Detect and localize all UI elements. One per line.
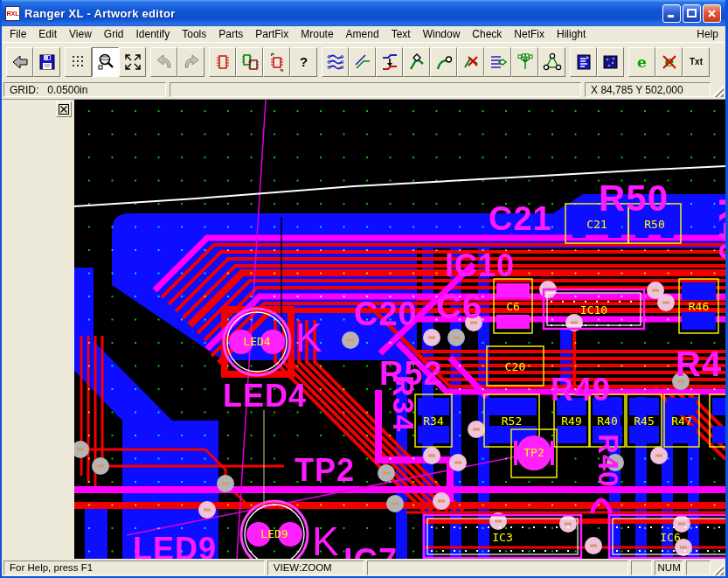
via-pink[interactable] bbox=[433, 492, 450, 510]
pcb-artwork[interactable]: C21R50C6R46C20R34R52R49R40R45R47IC10IC3I… bbox=[74, 100, 725, 559]
close-button[interactable] bbox=[703, 4, 721, 23]
silkscreen-label-tp2[interactable]: TP2 bbox=[295, 452, 355, 488]
netlist-button[interactable] bbox=[484, 47, 511, 77]
pcb-canvas[interactable]: C21R50C6R46C20R34R52R49R40R45R47IC10IC3I… bbox=[74, 100, 725, 559]
fill-block-button[interactable] bbox=[597, 47, 624, 77]
via-pink[interactable] bbox=[449, 454, 467, 471]
menu-item-mroute[interactable]: Mroute bbox=[295, 27, 339, 41]
menu-item-netfix[interactable]: NetFix bbox=[508, 27, 551, 41]
menu-item-hilight[interactable]: Hilight bbox=[551, 27, 592, 41]
text-tool-glyph: Txt bbox=[690, 57, 703, 66]
menu-item-amend[interactable]: Amend bbox=[340, 27, 385, 41]
component-ref-label: R50 bbox=[644, 218, 664, 231]
net-topology-button[interactable] bbox=[538, 47, 565, 77]
silkscreen-label-c6[interactable]: C6 bbox=[436, 287, 482, 325]
menu-item-edit[interactable]: Edit bbox=[32, 27, 63, 41]
via-gray[interactable] bbox=[92, 457, 109, 475]
menu-item-identify[interactable]: Identify bbox=[130, 27, 177, 41]
menu-item-help[interactable]: Help bbox=[690, 27, 725, 41]
grid-dots-button[interactable] bbox=[65, 47, 92, 77]
panel-close-button[interactable] bbox=[56, 101, 72, 117]
component-ref-label: R34 bbox=[423, 414, 444, 428]
text-tool-button[interactable]: Txt bbox=[683, 47, 710, 77]
menu-item-grid[interactable]: Grid bbox=[98, 27, 130, 41]
menu-item-parts[interactable]: Parts bbox=[212, 27, 249, 41]
silkscreen-label-r50[interactable]: R50 bbox=[599, 178, 669, 219]
component-ref-label: R46 bbox=[689, 300, 709, 313]
silkscreen-label-r40[interactable]: R40 bbox=[593, 434, 624, 488]
resize-grip[interactable] bbox=[712, 561, 724, 575]
redo-button[interactable] bbox=[177, 47, 205, 77]
silkscreen-label-led9[interactable]: LED9 bbox=[133, 531, 217, 559]
save-button[interactable] bbox=[33, 47, 60, 77]
title-bar[interactable]: RXL Ranger XL - Artwork editor bbox=[2, 0, 725, 26]
help-button[interactable]: ? bbox=[290, 47, 317, 77]
menu-item-check[interactable]: Check bbox=[466, 27, 508, 41]
fit-view-button[interactable] bbox=[119, 47, 146, 77]
silkscreen-label-r4[interactable]: R4 bbox=[676, 345, 722, 383]
via-pink[interactable] bbox=[657, 294, 675, 311]
menu-item-tools[interactable]: Tools bbox=[176, 27, 212, 41]
minimize-button[interactable] bbox=[662, 4, 681, 23]
maximize-button[interactable] bbox=[683, 4, 701, 23]
grid-bar-spacer-panel bbox=[170, 82, 581, 97]
application-window: RXL Ranger XL - Artwork editor FileEditV… bbox=[0, 0, 728, 578]
silkscreen-label-r49[interactable]: R49 bbox=[551, 372, 611, 407]
component-ref-label: C6 bbox=[506, 300, 520, 313]
route-curve-button[interactable] bbox=[430, 47, 457, 77]
help-glyph: ? bbox=[300, 54, 308, 69]
main-area: C21R50C6R46C20R34R52R49R40R45R47IC10IC3I… bbox=[2, 99, 725, 559]
silkscreen-label-c20[interactable]: C20 bbox=[354, 296, 418, 332]
undo-button[interactable] bbox=[150, 47, 177, 77]
etch-off-button[interactable]: e bbox=[655, 47, 683, 77]
component-ref-label: LED4 bbox=[243, 335, 270, 348]
via-gray[interactable] bbox=[342, 331, 359, 349]
via-pink[interactable] bbox=[585, 537, 602, 554]
etch-on-button[interactable]: e bbox=[628, 47, 655, 77]
via-pink[interactable] bbox=[423, 447, 440, 464]
via-pink[interactable] bbox=[559, 515, 577, 533]
silkscreen-label-c21[interactable]: C21 bbox=[489, 200, 552, 237]
route-delete-button[interactable] bbox=[457, 47, 484, 77]
status-spacer-panel bbox=[367, 561, 628, 575]
close-icon bbox=[59, 104, 69, 115]
silkscreen-label-ic10[interactable]: IC10 bbox=[445, 247, 515, 283]
via-gray[interactable] bbox=[447, 329, 465, 346]
component-ref-label: R45 bbox=[634, 414, 654, 428]
layer-swap-button[interactable] bbox=[376, 47, 403, 77]
via-pink[interactable] bbox=[468, 421, 485, 438]
silkscreen-label-r46[interactable]: R46 bbox=[712, 198, 725, 261]
components-pair-button[interactable] bbox=[236, 47, 263, 77]
menu-item-file[interactable]: File bbox=[3, 27, 32, 41]
ratsnest-button[interactable] bbox=[511, 47, 538, 77]
menu-item-partfix[interactable]: PartFix bbox=[249, 27, 295, 41]
back-button[interactable] bbox=[6, 47, 33, 77]
via-pink[interactable] bbox=[198, 501, 216, 519]
component-ref-label: C21 bbox=[586, 218, 607, 231]
via-gray[interactable] bbox=[217, 475, 234, 492]
silkscreen-label-k[interactable]: K bbox=[295, 315, 322, 360]
status-view-mode: VIEW:ZOOM bbox=[267, 561, 365, 575]
silkscreen-label-r34[interactable]: R34 bbox=[387, 375, 420, 432]
silkscreen-label-ic7[interactable]: IC7 bbox=[343, 542, 398, 559]
component-swap-button[interactable] bbox=[263, 47, 290, 77]
mitre-route-button[interactable] bbox=[349, 47, 376, 77]
routes-button[interactable] bbox=[322, 47, 349, 77]
via-gray[interactable] bbox=[386, 495, 404, 512]
silkscreen-label-led4[interactable]: LED4 bbox=[223, 378, 307, 414]
plot-button[interactable] bbox=[570, 47, 597, 77]
menu-item-text[interactable]: Text bbox=[385, 27, 417, 41]
status-num-lock: NUM bbox=[655, 561, 683, 575]
component-button[interactable] bbox=[209, 47, 236, 77]
route-corner-button[interactable] bbox=[403, 47, 430, 77]
via-pink[interactable] bbox=[650, 447, 668, 464]
menu-item-view[interactable]: View bbox=[63, 27, 98, 41]
grid-setting-panel: GRID: 0.0500in bbox=[3, 82, 166, 97]
silkscreen-label-k[interactable]: K bbox=[312, 519, 339, 559]
menu-item-window[interactable]: Window bbox=[417, 27, 467, 41]
window-title: Ranger XL - Artwork editor bbox=[24, 7, 661, 20]
via-gray[interactable] bbox=[378, 464, 395, 482]
zoom-button[interactable] bbox=[92, 47, 119, 77]
app-icon: RXL bbox=[5, 6, 20, 21]
via-pink[interactable] bbox=[423, 329, 440, 346]
